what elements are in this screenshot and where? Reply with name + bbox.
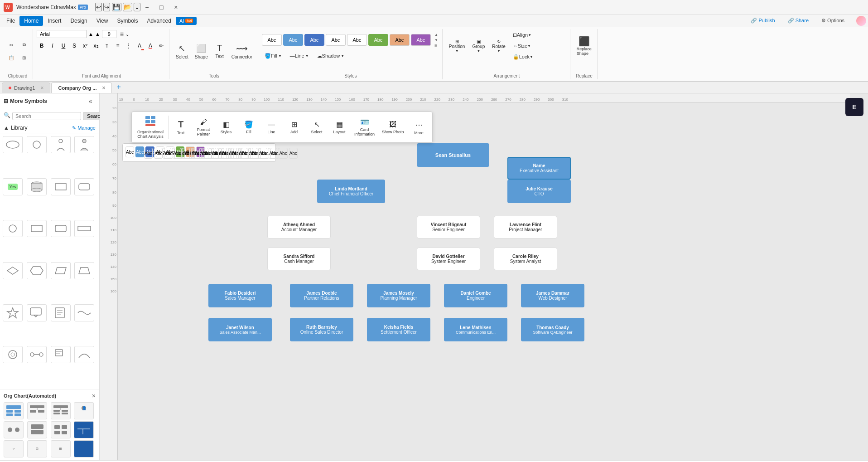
text-button[interactable]: T Text [212,39,228,63]
subscript-button[interactable]: x₂ [91,41,101,51]
org-card-report-11[interactable]: Janet Wilson Sales Associate Man... [208,318,272,341]
org-card-report-0[interactable]: Atheeq Ahmed Account Manager [267,216,331,238]
highlight-btn[interactable]: ✏ [156,41,166,51]
shape-diamond[interactable] [3,262,23,279]
menu-view[interactable]: View [92,16,113,26]
org-card-report-3[interactable]: Sandra Sifford Cash Manager [267,248,331,270]
text-format-button[interactable]: T [102,41,112,51]
shape-rect-2[interactable] [27,220,47,237]
font-increase[interactable]: ▲ [95,31,100,37]
tab-drawing1[interactable]: Drawing1 × [2,83,50,93]
palette-swatch-17[interactable]: Abc [163,148,171,159]
number-list-button[interactable]: ⋮ [124,41,134,51]
palette-swatch-41[interactable]: Abc [218,148,227,159]
org-thumb-8[interactable] [74,421,94,438]
paragraph-button[interactable]: A [135,41,145,51]
org-card-ceo[interactable]: Sean Stusalius [417,143,489,167]
shape-person[interactable] [51,136,71,153]
org-card-report-4[interactable]: David Gottelier System Engineer [417,248,480,270]
ctx-card-info-button[interactable]: 🪪 CardInformation [351,114,378,141]
save-button[interactable]: 💾 [112,3,121,11]
ctx-fill-button[interactable]: 🪣 Fill [237,114,260,141]
org-card-report-9[interactable]: Daniel Gombe Engineer [444,284,507,307]
style-swatch-5[interactable]: Abc [347,34,367,46]
styles-scroll-up[interactable]: ▲ [433,32,439,37]
palette-swatch-34[interactable]: Abc [210,148,218,159]
org-thumb-6[interactable] [27,421,47,438]
options-button[interactable]: ⚙ Options [817,16,849,25]
shape-ellipse[interactable] [3,136,23,153]
org-card-report-10[interactable]: James Dammar Web Designer [521,284,584,307]
select-button[interactable]: ↖ Select [173,39,191,63]
org-thumb-2[interactable] [27,402,47,419]
strikethrough-button[interactable]: S [69,41,79,51]
line-button[interactable]: — Line ▼ [287,51,312,61]
ctx-format-painter-button[interactable]: 🖌 FormatPainter [192,114,215,141]
org-card-cfo[interactable]: Linda Mortland Chief Financial Officer [317,180,385,203]
ctx-styles-button[interactable]: ◧ Styles [215,114,237,141]
org-card-report-14[interactable]: Lene Mathisen Communications En... [444,318,507,341]
menu-home[interactable]: Home [19,16,43,26]
menu-insert[interactable]: Insert [43,16,66,26]
palette-swatch-2[interactable]: Abc [135,146,144,157]
shape-callout[interactable] [27,304,47,321]
styles-scroll-down[interactable]: ▼ [433,37,439,43]
shape-note[interactable] [51,304,71,321]
palette-swatch-9[interactable]: Abc [144,148,153,159]
org-thumb-9[interactable]: ? [4,440,24,457]
shape-parallelogram[interactable] [51,262,71,279]
shape-hexagon[interactable] [27,262,47,279]
tab-add-button[interactable]: + [113,81,124,93]
palette-swatch-33[interactable]: Abc [200,148,208,159]
tab-company-org-close[interactable]: × [102,85,105,91]
font-size-input[interactable] [102,30,116,38]
menu-file[interactable]: File [2,16,19,26]
ctx-more-button[interactable]: ⋯ More [408,114,430,141]
undo-button[interactable]: ↩ [95,3,102,11]
ctx-line-button[interactable]: — Line [260,114,283,141]
align-button[interactable]: ⊡ Align ▼ [510,30,536,40]
org-card-exec-asst[interactable]: Name Executive Assistant [507,157,571,180]
tab-company-org[interactable]: Company Org ... × [51,83,112,93]
palette-swatch-43[interactable]: Abc [238,148,247,159]
org-thumb-3[interactable] [51,402,71,419]
org-card-report-7[interactable]: James Doeble Partner Relations [290,284,353,307]
menu-advanced[interactable]: Advanced [143,16,176,26]
styles-expand[interactable]: ⊞ [433,43,439,48]
bullet-list-button[interactable]: ≡ [113,41,123,51]
close-button[interactable]: × [169,3,182,12]
shape-donut[interactable] [3,346,23,363]
paste-button[interactable]: 📋 [5,52,17,63]
replace-shape-button[interactable]: ⬛ ReplaceShape [574,30,594,62]
org-thumb-10[interactable]: ⊡ [27,440,47,457]
size-button[interactable]: ↔ Size ▼ [510,41,536,51]
shape-circle[interactable] [27,136,47,153]
style-swatch-4[interactable]: Abc [326,34,346,46]
lock-button[interactable]: 🔒 Lock ▼ [510,52,536,62]
style-swatch-8[interactable]: Abc [411,34,431,46]
style-swatch-6[interactable]: Abc [368,34,388,46]
shape-cylinder[interactable] [27,178,47,195]
org-thumb-5[interactable] [4,421,24,438]
more-button[interactable]: ⌄ [134,3,140,11]
ctx-show-photo-button[interactable]: 🖼 Show Photo [378,114,408,141]
minimize-button[interactable]: − [140,3,153,12]
maximize-button[interactable]: □ [155,3,168,12]
shape-star[interactable] [3,304,23,321]
style-swatch-7[interactable]: Abc [390,34,410,46]
style-swatch-3[interactable]: Abc [304,34,324,46]
ctx-select-button[interactable]: ↖ Select [305,114,328,141]
shape-button[interactable]: ⬜ Shape [192,39,211,63]
shape-circle-2[interactable] [3,220,23,237]
shape-wide-rect[interactable] [74,220,94,237]
style-swatch-1[interactable]: Abc [262,34,282,46]
rotate-button[interactable]: ↻ Rotate ▼ [489,30,508,62]
ctx-layout-button[interactable]: ▦ Layout [328,114,351,141]
fill-button[interactable]: 🪣 Fill ▼ [262,51,285,61]
shape-rounded-rect[interactable] [74,178,94,195]
shape-roundedrect-2[interactable] [51,220,71,237]
shape-text-note[interactable] [51,346,71,363]
palette-swatch-44[interactable]: Abc [249,148,257,159]
palette-swatch-46[interactable]: Abc [269,148,277,159]
org-thumb-1[interactable] [4,402,24,419]
